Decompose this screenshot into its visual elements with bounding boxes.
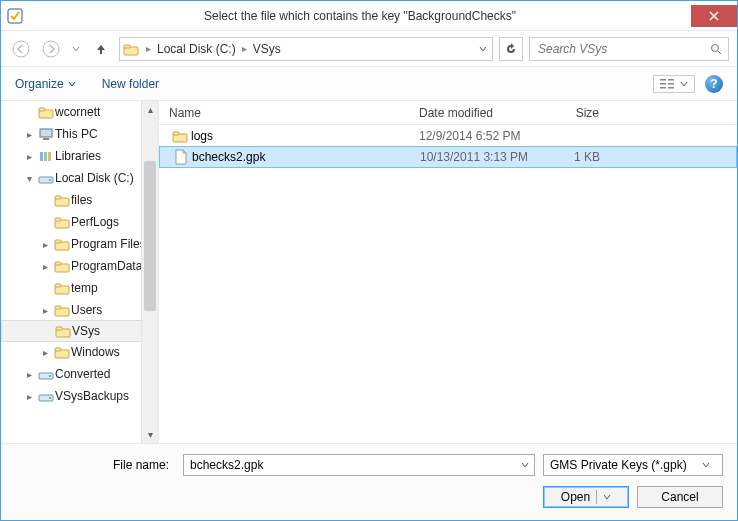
tree-item-label: files bbox=[71, 193, 92, 207]
svg-rect-26 bbox=[55, 240, 61, 243]
drive-icon bbox=[120, 42, 142, 56]
new-folder-button[interactable]: New folder bbox=[102, 77, 159, 91]
expander-icon[interactable]: ▸ bbox=[21, 369, 37, 380]
forward-button[interactable] bbox=[39, 37, 63, 61]
tree-item[interactable]: ▸Program Files bbox=[1, 233, 158, 255]
tree-item-label: Local Disk (C:) bbox=[55, 171, 134, 185]
filter-dropdown[interactable] bbox=[702, 461, 716, 469]
refresh-button[interactable] bbox=[499, 37, 523, 61]
tree-item[interactable]: ▾Local Disk (C:) bbox=[1, 167, 158, 189]
expander-icon[interactable]: ▸ bbox=[37, 347, 53, 358]
svg-rect-9 bbox=[668, 79, 674, 81]
tree-item[interactable]: temp bbox=[1, 277, 158, 299]
tree-item-label: PerfLogs bbox=[71, 215, 119, 229]
cancel-button[interactable]: Cancel bbox=[637, 486, 723, 508]
tree-item[interactable]: ▸VSysBackups bbox=[1, 385, 158, 407]
file-list-pane: Name Date modified Size logs12/9/2014 6:… bbox=[159, 101, 737, 443]
expander-icon[interactable]: ▸ bbox=[21, 151, 37, 162]
svg-rect-34 bbox=[56, 327, 62, 330]
filename-combo[interactable] bbox=[183, 454, 535, 476]
svg-rect-42 bbox=[173, 132, 179, 135]
app-icon bbox=[1, 8, 29, 24]
tree-item[interactable]: ▸Converted bbox=[1, 363, 158, 385]
window-title: Select the file which contains the key "… bbox=[29, 9, 691, 23]
search-box[interactable] bbox=[529, 37, 729, 61]
tree-item-label: Libraries bbox=[55, 149, 101, 163]
tree-item[interactable]: ▸This PC bbox=[1, 123, 158, 145]
breadcrumb-segment[interactable]: Local Disk (C:) bbox=[155, 38, 238, 60]
scroll-down-arrow[interactable]: ▾ bbox=[142, 426, 158, 443]
tree-item[interactable]: ▸Users bbox=[1, 299, 158, 321]
svg-rect-32 bbox=[55, 306, 61, 309]
expander-icon[interactable]: ▸ bbox=[37, 261, 53, 272]
file-row[interactable]: logs12/9/2014 6:52 PM bbox=[159, 125, 737, 147]
organize-label: Organize bbox=[15, 77, 64, 91]
navbar: ▸ Local Disk (C:) ▸ VSys bbox=[1, 31, 737, 67]
tree-item-label: Users bbox=[71, 303, 102, 317]
pc-icon bbox=[37, 127, 55, 141]
tree-item[interactable]: files bbox=[1, 189, 158, 211]
col-name[interactable]: Name bbox=[169, 106, 419, 120]
help-button[interactable]: ? bbox=[705, 75, 723, 93]
search-icon bbox=[710, 43, 722, 55]
svg-rect-13 bbox=[39, 108, 45, 111]
column-headers[interactable]: Name Date modified Size bbox=[159, 101, 737, 125]
folder-tree[interactable]: wcornett▸This PC▸Libraries▾Local Disk (C… bbox=[1, 101, 159, 443]
file-list[interactable]: logs12/9/2014 6:52 PMbchecks2.gpk10/13/2… bbox=[159, 125, 737, 443]
folder-icon bbox=[53, 237, 71, 251]
close-button[interactable] bbox=[691, 5, 737, 27]
up-button[interactable] bbox=[89, 37, 113, 61]
tree-item[interactable]: wcornett bbox=[1, 101, 158, 123]
folder-icon bbox=[54, 324, 72, 338]
expander-icon[interactable]: ▸ bbox=[21, 391, 37, 402]
expander-icon[interactable]: ▾ bbox=[21, 173, 37, 184]
drive-icon bbox=[37, 389, 55, 403]
file-date: 12/9/2014 6:52 PM bbox=[419, 129, 539, 143]
filename-input[interactable] bbox=[184, 458, 516, 472]
view-mode-button[interactable] bbox=[653, 75, 695, 93]
tree-scrollbar[interactable]: ▴ ▾ bbox=[141, 101, 158, 443]
tree-item-label: This PC bbox=[55, 127, 98, 141]
folder-icon bbox=[53, 259, 71, 273]
expander-icon[interactable]: ▸ bbox=[37, 305, 53, 316]
search-input[interactable] bbox=[536, 41, 710, 57]
col-size[interactable]: Size bbox=[539, 106, 619, 120]
scroll-thumb[interactable] bbox=[144, 161, 156, 311]
scroll-up-arrow[interactable]: ▴ bbox=[142, 101, 158, 118]
expander-icon[interactable]: ▸ bbox=[37, 239, 53, 250]
list-view-icon bbox=[660, 78, 674, 90]
file-type-filter[interactable]: GMS Private Keys (*.gpk) bbox=[543, 454, 723, 476]
tree-item[interactable]: PerfLogs bbox=[1, 211, 158, 233]
tree-item-label: temp bbox=[71, 281, 98, 295]
address-bar[interactable]: ▸ Local Disk (C:) ▸ VSys bbox=[119, 37, 493, 61]
file-date: 10/13/2011 3:13 PM bbox=[420, 150, 540, 164]
tree-item-label: ProgramData bbox=[71, 259, 142, 273]
tree-item[interactable]: ▸Libraries bbox=[1, 145, 158, 167]
chevron-right-icon[interactable]: ▸ bbox=[238, 43, 251, 54]
chevron-down-icon bbox=[680, 80, 688, 88]
col-date[interactable]: Date modified bbox=[419, 106, 539, 120]
open-button[interactable]: Open bbox=[543, 486, 629, 508]
titlebar: Select the file which contains the key "… bbox=[1, 1, 737, 31]
expander-icon[interactable]: ▸ bbox=[21, 129, 37, 140]
recent-dropdown[interactable] bbox=[69, 37, 83, 61]
chevron-right-icon[interactable]: ▸ bbox=[142, 43, 155, 54]
open-label: Open bbox=[561, 490, 590, 504]
svg-rect-22 bbox=[55, 196, 61, 199]
tree-item[interactable]: ▸ProgramData bbox=[1, 255, 158, 277]
organize-menu[interactable]: Organize bbox=[15, 77, 76, 91]
drive-icon bbox=[37, 367, 55, 381]
file-row[interactable]: bchecks2.gpk10/13/2011 3:13 PM1 KB bbox=[159, 146, 737, 168]
chevron-down-icon bbox=[603, 493, 611, 501]
svg-rect-8 bbox=[660, 87, 666, 89]
filter-label: GMS Private Keys (*.gpk) bbox=[550, 458, 702, 472]
address-dropdown[interactable] bbox=[474, 45, 492, 53]
filename-dropdown[interactable] bbox=[516, 461, 534, 469]
breadcrumb-segment[interactable]: VSys bbox=[251, 38, 283, 60]
tree-item[interactable]: ▸Windows bbox=[1, 341, 158, 363]
back-button[interactable] bbox=[9, 37, 33, 61]
tree-item-label: Program Files bbox=[71, 237, 146, 251]
bottom-panel: File name: GMS Private Keys (*.gpk) Open bbox=[1, 443, 737, 520]
filename-label: File name: bbox=[15, 458, 175, 472]
tree-item[interactable]: VSys bbox=[1, 320, 158, 342]
